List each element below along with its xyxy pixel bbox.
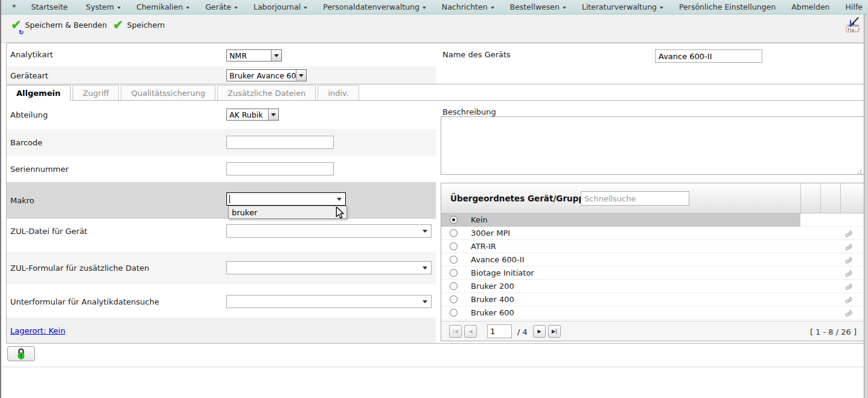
chevron-down-icon <box>491 7 494 9</box>
tab-content-allgemein: Abteilung AK Rubik Barcode Seriennummer … <box>6 100 864 344</box>
makro-label: Makro <box>10 196 34 205</box>
geraeteart-label: Geräteart <box>10 71 48 80</box>
tab-qualitaetssicherung[interactable]: Qualitätssicherung <box>121 85 215 100</box>
row-barcode: Barcode <box>7 129 436 156</box>
prev-page-button[interactable]: ◀ <box>464 325 477 338</box>
paperclip-icon[interactable] <box>844 242 853 254</box>
beschreibung-textarea[interactable] <box>441 116 864 175</box>
paperclip-icon[interactable] <box>844 295 853 308</box>
list-item[interactable]: ATR-IR <box>441 240 864 253</box>
form-row-geraeteart: Geräteart Bruker Avance 600 <box>7 66 436 84</box>
menu-nachrichten[interactable]: Nachrichten <box>434 0 502 14</box>
lock-icon <box>16 347 27 360</box>
list-item[interactable]: Biotage Initiator <box>441 267 864 280</box>
save-button[interactable]: ✔ Speichern <box>113 19 165 30</box>
menu-personaldatenverwaltung[interactable]: Personaldatenverwaltung <box>315 0 434 14</box>
menu-hilfe[interactable]: Hilfe <box>838 0 868 14</box>
radio-300er-mpi[interactable] <box>450 229 458 237</box>
radio-bruker-600[interactable] <box>450 309 458 317</box>
list-item-kein[interactable]: Kein <box>441 213 864 227</box>
page-count-label: / 4 <box>517 327 528 336</box>
tab-bar: Allgemein Zugriff Qualitätssicherung Zus… <box>6 85 359 100</box>
menu-abmelden[interactable]: Abmelden <box>783 0 837 14</box>
main-menubar: * Startseite System Chemikalien Geräte L… <box>1 0 868 14</box>
last-page-button[interactable]: ▶| <box>548 325 561 338</box>
result-range-label: [ 1 - 8 / 26 ] <box>810 327 857 336</box>
save-and-exit-button[interactable]: ✔↻ Speichern & Beenden <box>11 19 107 30</box>
chevron-down-icon <box>423 7 426 9</box>
abteilung-select[interactable]: AK Rubik <box>226 109 279 121</box>
panel-header: Übergeordnetes Gerät/Gruppe <box>441 183 864 213</box>
quick-search-input[interactable] <box>581 191 689 206</box>
zul-formular-label: ZUL-Formular für zusätzliche Daten <box>10 264 149 273</box>
footer-divider <box>1 367 866 367</box>
menu-bestellwesen[interactable]: Bestellwesen <box>502 0 574 14</box>
tab-zusaetzliche-dateien[interactable]: Zusätzliche Dateien <box>217 85 316 100</box>
check-icon: ✔ <box>113 19 124 30</box>
unterformular-label: Unterformular für Analytikdatensuche <box>10 297 159 306</box>
paperclip-icon[interactable] <box>844 308 853 321</box>
list-item[interactable]: Bruker 600 <box>441 306 864 320</box>
row-abteilung: Abteilung AK Rubik <box>7 101 436 129</box>
abteilung-label: Abteilung <box>10 110 48 119</box>
lock-record-button[interactable] <box>7 346 35 361</box>
barcode-input[interactable] <box>226 136 334 149</box>
chevron-down-icon <box>186 7 190 9</box>
chevron-down-icon <box>563 7 566 9</box>
action-toolbar: ✔↻ Speichern & Beenden ✔ Speichern ftp:/ <box>1 14 868 43</box>
paperclip-icon[interactable] <box>844 282 853 294</box>
paperclip-icon[interactable] <box>844 229 853 241</box>
menu-startseite[interactable]: Startseite <box>24 0 76 14</box>
page-number-input[interactable] <box>487 324 512 338</box>
list-item[interactable]: Avance 600-II <box>441 253 864 267</box>
device-name-input[interactable] <box>655 49 762 63</box>
seriennummer-input[interactable] <box>226 162 334 175</box>
zul-datei-combobox[interactable] <box>226 224 432 238</box>
row-seriennummer: Seriennummer <box>7 156 436 182</box>
combo-arrow-icon <box>423 230 427 233</box>
window-right-frame <box>864 0 868 398</box>
tab-zugriff[interactable]: Zugriff <box>72 85 119 100</box>
menu-geraete[interactable]: Geräte <box>197 0 246 14</box>
analytikart-select[interactable]: NMR <box>226 49 282 62</box>
radio-kein[interactable] <box>450 216 458 224</box>
parent-device-panel: Übergeordnetes Gerät/Gruppe Kein 300er M… <box>441 183 864 341</box>
text-caret <box>229 195 230 203</box>
resize-handle-icon[interactable] <box>857 169 861 174</box>
geraeteart-select[interactable]: Bruker Avance 600 <box>226 69 307 81</box>
menu-system[interactable]: System <box>78 0 129 14</box>
seriennummer-label: Seriennummer <box>10 165 69 174</box>
menu-chemikalien[interactable]: Chemikalien <box>129 0 197 14</box>
menu-laborjournal[interactable]: Laborjournal <box>246 0 315 14</box>
tab-indiv[interactable]: indiv. <box>318 85 359 100</box>
makro-suggestion-dropdown[interactable]: bruker <box>228 206 347 219</box>
makro-combobox[interactable] <box>226 192 346 206</box>
paperclip-icon[interactable] <box>844 268 853 281</box>
chevron-down-icon <box>660 7 663 9</box>
list-item[interactable]: Bruker 400 <box>441 293 864 306</box>
chevron-down-icon <box>234 7 238 9</box>
select-arrow-icon <box>271 50 281 61</box>
check-exit-icon: ✔↻ <box>11 19 22 30</box>
row-makro: Makro <box>7 182 436 219</box>
combo-arrow-icon <box>423 267 427 270</box>
radio-atr-ir[interactable] <box>450 242 458 250</box>
list-item[interactable]: Bruker 200 <box>441 280 864 293</box>
unterformular-combobox[interactable] <box>226 295 432 308</box>
radio-avance-600-ii[interactable] <box>450 256 458 264</box>
zul-formular-combobox[interactable] <box>226 261 432 274</box>
menu-literaturverwaltung[interactable]: Literaturverwaltung <box>574 0 671 14</box>
list-item[interactable]: 300er MPI <box>441 227 864 240</box>
home-star-icon[interactable]: * <box>1 0 24 14</box>
paperclip-icon[interactable] <box>844 255 853 268</box>
ftp-spectrum-edit-icon[interactable]: ftp:/ <box>846 16 862 33</box>
radio-bruker-400[interactable] <box>450 295 458 303</box>
next-page-button[interactable]: ▶ <box>533 325 546 338</box>
first-page-button[interactable]: |◀ <box>449 325 462 338</box>
menu-persoenliche-einstellungen[interactable]: Persönliche Einstellungen <box>671 0 783 14</box>
radio-bruker-200[interactable] <box>450 282 458 290</box>
lagerort-link[interactable]: Lagerort: Kein <box>10 326 65 335</box>
radio-biotage-initiator[interactable] <box>450 269 458 277</box>
tab-allgemein[interactable]: Allgemein <box>6 85 71 101</box>
chevron-down-icon <box>117 7 121 9</box>
